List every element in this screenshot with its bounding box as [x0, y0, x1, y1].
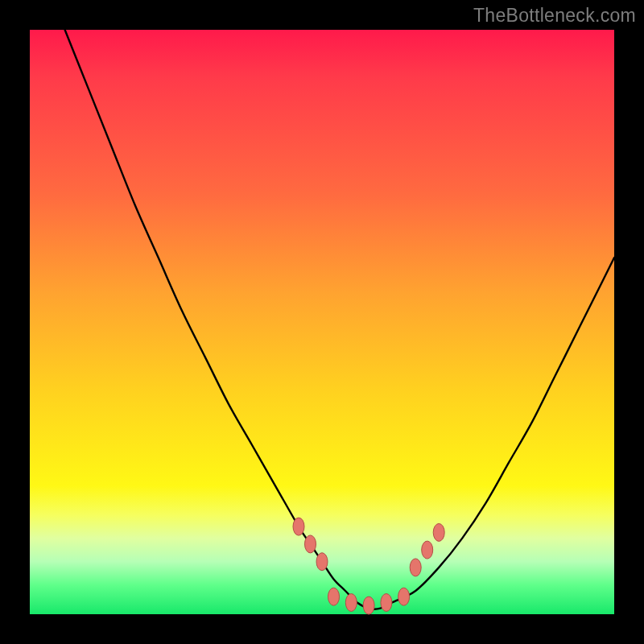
curve-markers [293, 518, 444, 614]
curve-marker [433, 523, 444, 541]
chart-frame: TheBottleneck.com [0, 0, 644, 644]
plot-area [30, 30, 614, 614]
curve-marker [293, 518, 304, 535]
curve-marker [316, 553, 328, 571]
watermark-label: TheBottleneck.com [473, 5, 636, 27]
curve-marker [381, 594, 392, 612]
curve-marker [422, 541, 433, 559]
curve-marker [398, 588, 410, 605]
chart-svg [30, 30, 614, 614]
curve-marker [410, 559, 421, 576]
curve-marker [328, 588, 340, 605]
curve-marker [363, 597, 374, 614]
bottleneck-curve [65, 30, 614, 609]
curve-marker [305, 535, 316, 553]
curve-marker [345, 594, 357, 612]
